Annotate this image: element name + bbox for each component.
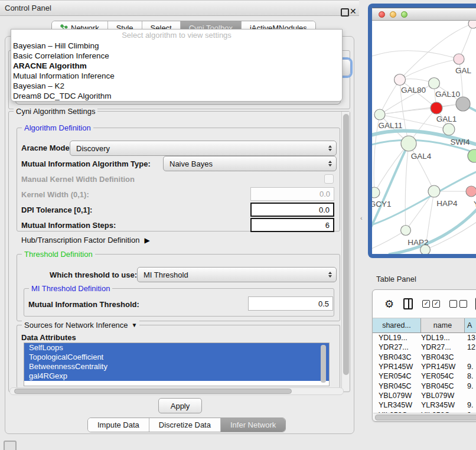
network-node-gal4[interactable] [401,136,416,151]
close-traffic-light-icon[interactable] [379,11,385,18]
control-panel-titlebar: Control Panel [0,0,359,16]
tab-infer-network[interactable]: Infer Network [221,418,285,432]
table-hscrollbar-thumb[interactable] [375,415,476,420]
mi-type-label: Mutual Information Algorithm Type: [21,159,151,168]
which-threshold-combo[interactable]: MI Threshold [137,267,337,282]
network-node-gal80[interactable] [395,74,406,86]
list-item[interactable]: gal4RGexp [24,371,329,381]
data-attributes-label: Data Attributes [21,333,76,342]
network-node[interactable] [456,97,470,111]
aracne-mode-combo[interactable]: Discovery [70,141,337,156]
network-graph: GAL GAL80 GAL10 GAL1 GAL11 SWI4 GAL4 GCY… [372,21,476,257]
mi-threshold-input[interactable]: 0.5 [248,296,333,311]
node-label: GAL80 [401,86,426,94]
minimized-panel-icon[interactable] [4,441,17,450]
algorithm-dropdown-popup: Select algorithm to view settings Bayesi… [11,29,343,102]
node-label: HAP4 [436,199,458,208]
unchecked-box-icon [449,300,457,308]
network-node[interactable] [454,54,464,64]
table-row[interactable]: YBR043C YBR043C [373,353,476,362]
mi-type-combo[interactable]: Naive Bayes [163,156,337,171]
tab-impute-data[interactable]: Impute Data [88,418,149,432]
table-row[interactable]: YDL19... YDL19... 13 [373,333,476,343]
dropdown-option-selected[interactable]: ARACNE Algorithm [11,61,342,71]
network-node-gal10[interactable] [429,78,440,89]
settings-hscrollbar-thumb[interactable] [14,389,292,394]
mi-steps-label: Mutual Information Steps: [21,221,116,230]
combo-arrows-icon [328,272,332,278]
dropdown-option[interactable]: Dream8 DC_TDC Algorithm [11,91,342,101]
table-row[interactable]: YER054C YER054C 8. [373,371,476,381]
panel-title: Control Panel [0,4,51,12]
network-canvas[interactable]: GAL GAL80 GAL10 GAL1 GAL11 SWI4 GAL4 GCY… [372,21,476,258]
node-label: HAP2 [407,238,428,247]
table-row[interactable]: YBL079W YBL079W [373,391,476,400]
dropdown-option[interactable]: Bayesian – Hill Climbing [11,41,342,51]
list-scrollbar-thumb[interactable] [321,345,326,383]
network-node-gcy1[interactable] [372,187,380,198]
checked-box-icon: ✓ [432,300,440,308]
kernel-width-label: Kernel Width (0,1): [21,190,89,199]
table-hscrollbar[interactable] [373,413,476,420]
group-title: Threshold Definition [22,250,95,259]
tab-discretize-data[interactable]: Discretize Data [149,418,221,432]
network-node[interactable] [466,186,476,197]
select-all-icon[interactable]: ✓ ✓ [422,300,440,308]
table-panel-title: Table Panel [376,275,416,283]
table-row[interactable]: YBR045C YBR045C 9. [373,381,476,391]
network-node-hap4[interactable] [428,185,440,197]
minimize-traffic-light-icon[interactable] [390,11,396,18]
which-threshold-label: Which threshold to use: [50,270,137,279]
node-label: Y [474,200,476,208]
node-label: GAL1 [436,115,457,123]
node-label: GAL4 [411,152,432,161]
deselect-all-icon[interactable] [449,300,467,308]
dpi-tolerance-label: DPI Tolerance [0,1]: [21,206,92,214]
float-window-icon[interactable] [341,8,349,17]
close-icon[interactable]: ✕ [350,6,357,16]
list-item[interactable]: SelfLoops [24,343,329,353]
kernel-width-input[interactable]: 0.0 [250,187,334,201]
dropdown-option[interactable]: Bayesian – K2 [11,81,342,91]
data-attributes-list[interactable]: SelfLoops TopologicalCoefficient Between… [24,343,330,386]
node-label: GAL [455,66,472,75]
dropdown-option[interactable]: Mutual Information Inference [11,71,342,81]
table-toolbar: ⚙ ✓ ✓ [373,290,476,318]
hub-section-toggle[interactable]: Hub/Transcription Factor Definition ▶ [21,236,150,244]
checked-box-icon: ✓ [422,300,430,308]
network-window-titlebar[interactable] [372,8,476,21]
network-node-gal1[interactable] [431,102,442,114]
cyni-bottom-tabbar: Impute Data Discretize Data Infer Networ… [87,418,286,432]
network-node-gal11[interactable] [374,109,385,120]
aracne-mode-label: Aracne Mode: [21,144,72,152]
gear-icon[interactable]: ⚙ [384,298,394,311]
settings-hscrollbar[interactable] [9,387,344,395]
dpi-tolerance-input[interactable]: 0.0 [250,203,334,217]
group-title[interactable]: Sources for Network Inference ▼ [22,321,139,330]
zoom-traffic-light-icon[interactable] [401,11,407,18]
network-node-hap2[interactable] [401,226,411,236]
collapsed-arrow-icon: ▶ [144,236,149,244]
manual-kernel-checkbox[interactable] [324,174,334,184]
settings-scrollbar-thumb[interactable] [343,114,349,375]
group-title: Cyni Algorithm Settings [14,107,97,116]
list-item[interactable]: TopologicalCoefficient [24,353,329,362]
splitter-collapse-icon[interactable]: ‹ [360,214,363,221]
mi-threshold-label: Mutual Information Threshold: [28,300,139,309]
group-title: Algorithm Definition [22,123,93,132]
settings-scrollbar[interactable] [341,112,350,390]
network-node-swi4[interactable] [443,123,455,135]
combo-arrows-icon [328,145,332,151]
network-node[interactable] [468,21,476,28]
column-header-partial[interactable]: A [465,318,476,332]
column-header-name[interactable]: name [421,318,465,332]
split-columns-icon[interactable] [403,298,413,309]
list-item[interactable]: BetweennessCentrality [24,362,329,371]
apply-button[interactable]: Apply [158,398,202,413]
column-header-shared[interactable]: shared... [373,318,421,332]
table-row[interactable]: YPR145W YPR145W 9. [373,362,476,371]
table-row[interactable]: YDR27... YDR27... 12 [373,343,476,352]
mi-steps-input[interactable]: 6 [250,218,334,232]
table-row[interactable]: YLR345W YLR345W 9. [373,400,476,410]
dropdown-option[interactable]: Basic Correlation Inference [11,51,342,61]
